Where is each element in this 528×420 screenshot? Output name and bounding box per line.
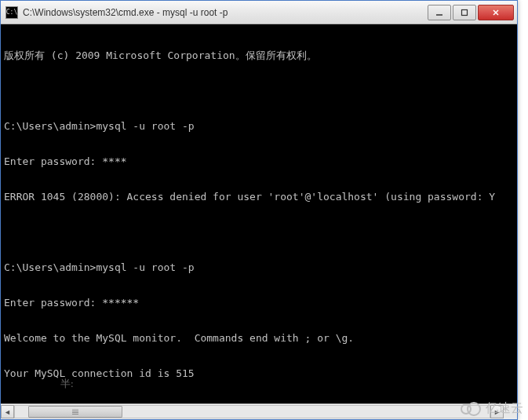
- window-title: C:\Windows\system32\cmd.exe - mysql -u r…: [23, 7, 426, 18]
- terminal-output[interactable]: 版权所有 (c) 2009 Microsoft Corporation。保留所有…: [1, 24, 517, 404]
- terminal-line: ERROR 1045 (28000): Access denied for us…: [4, 191, 514, 203]
- close-button[interactable]: [478, 5, 514, 20]
- maximize-icon: [461, 9, 468, 16]
- minimize-button[interactable]: [428, 5, 451, 20]
- close-icon: [492, 9, 500, 16]
- command-prompt-window: C:\ C:\Windows\system32\cmd.exe - mysql …: [0, 0, 518, 420]
- resize-grip[interactable]: [504, 405, 517, 418]
- scroll-right-button[interactable]: ►: [490, 405, 504, 418]
- terminal-line: C:\Users\admin>mysql -u root -p: [4, 120, 514, 132]
- scroll-track[interactable]: [14, 405, 490, 418]
- scroll-thumb[interactable]: [28, 406, 122, 418]
- horizontal-scrollbar: ◄ ►: [1, 404, 517, 419]
- terminal-line: 版权所有 (c) 2009 Microsoft Corporation。保留所有…: [4, 49, 514, 61]
- terminal-line: [4, 85, 514, 97]
- minimize-icon: [435, 9, 443, 16]
- ime-status-text: 半:: [60, 378, 74, 389]
- scroll-left-button[interactable]: ◄: [1, 405, 14, 418]
- terminal-line: Server version: 5.7.20-log MySQL Communi…: [4, 403, 514, 404]
- maximize-button[interactable]: [453, 5, 476, 20]
- terminal-line: C:\Users\admin>mysql -u root -p: [4, 261, 514, 273]
- window-controls: [426, 5, 514, 20]
- terminal-line: [4, 226, 514, 238]
- svg-rect-1: [462, 9, 468, 15]
- terminal-line: Welcome to the MySQL monitor. Commands e…: [4, 332, 514, 344]
- terminal-line: Your MySQL connection id is 515: [4, 367, 514, 379]
- titlebar[interactable]: C:\ C:\Windows\system32\cmd.exe - mysql …: [1, 1, 517, 24]
- terminal-line: Enter password: ****: [4, 155, 514, 167]
- app-icon: C:\: [5, 6, 18, 19]
- terminal-line: Enter password: ******: [4, 297, 514, 309]
